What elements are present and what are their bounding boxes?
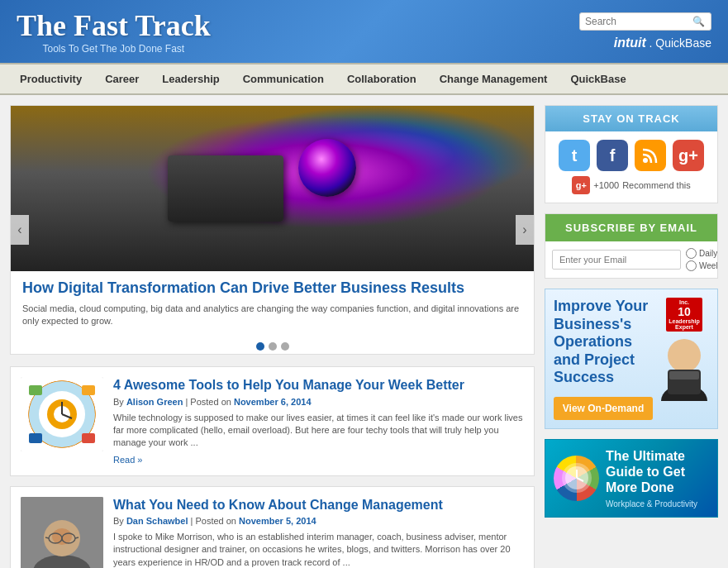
svg-rect-8 <box>29 433 42 443</box>
subscribe-box: SUBSCRIBE BY EMAIL Daily Weekly <box>545 213 718 279</box>
ad-badge: Inc. 10 Leadership Expert <box>666 298 702 332</box>
daily-label: Daily <box>699 249 717 258</box>
ad-box2-icon <box>554 456 599 501</box>
svg-rect-9 <box>82 433 95 443</box>
article-body-1: 4 Awesome Tools to Help You Manage Your … <box>113 377 524 465</box>
ad-box-2: The Ultimate Guide to Get More Done Work… <box>545 439 718 518</box>
slider-dot-1[interactable] <box>256 342 264 351</box>
article-date-2: November 5, 2014 <box>239 516 316 526</box>
slider-image-inner <box>11 106 534 271</box>
daily-option[interactable]: Daily <box>686 248 718 259</box>
slider-dot-3[interactable] <box>281 342 289 351</box>
social-icons: t f g+ <box>545 131 717 176</box>
ad-box-1: Improve Your Business's Operations and P… <box>545 289 718 429</box>
ad-cta-button-1[interactable]: View On-Demand <box>554 397 653 420</box>
nav-item-collaboration[interactable]: Collaboration <box>335 64 428 93</box>
slider-next-button[interactable]: › <box>516 215 534 245</box>
ad-title-1: Improve Your Business's Operations and P… <box>554 298 653 387</box>
ad-box2-subtitle: Workplace & Productivity <box>606 499 709 508</box>
cd-shape <box>298 139 356 197</box>
email-input[interactable] <box>552 250 681 270</box>
article-readmore-1[interactable]: Read » <box>113 455 142 465</box>
svg-line-17 <box>45 537 49 538</box>
weekly-radio[interactable] <box>686 260 697 271</box>
gplus-small-icon[interactable]: g+ <box>572 176 590 194</box>
article-author-1: Alison Green <box>126 397 183 407</box>
quickbase-text: . QuickBase <box>649 36 711 50</box>
article-title-1[interactable]: 4 Awesome Tools to Help You Manage Your … <box>113 377 524 393</box>
subscribe-header: SUBSCRIBE BY EMAIL <box>545 214 717 241</box>
search-icon: 🔍 <box>692 16 705 27</box>
clock-icon <box>560 461 593 494</box>
device-shape <box>168 155 283 222</box>
thumb-tools-image <box>21 377 103 451</box>
nav-item-leadership[interactable]: Leadership <box>150 64 231 93</box>
nav-item-productivity[interactable]: Productivity <box>8 64 93 93</box>
googleplus-icon[interactable]: g+ <box>673 140 704 171</box>
article-meta-1: By Alison Green | Posted on November 6, … <box>113 397 524 407</box>
subscribe-options: Daily Weekly <box>686 248 718 271</box>
slider-title: How Digital Transformation Can Drive Bet… <box>22 279 522 298</box>
article-author-2: Dan Schawbel <box>126 516 188 526</box>
tools-svg <box>21 377 103 451</box>
article-card-1: 4 Awesome Tools to Help You Manage Your … <box>10 366 535 475</box>
site-title: The Fast Track <box>17 8 211 43</box>
weekly-label: Weekly <box>699 261 718 270</box>
daily-radio[interactable] <box>686 248 697 259</box>
stay-on-track-box: STAY ON TRACK t f g+ g+ +1000 Recommend … <box>545 105 718 203</box>
svg-rect-6 <box>29 385 42 395</box>
article-date-1: November 6, 2014 <box>234 397 312 407</box>
svg-rect-23 <box>669 371 699 379</box>
ad-text-1: Improve Your Business's Operations and P… <box>554 298 653 420</box>
ad-box2-text: The Ultimate Guide to Get More Done Work… <box>606 448 709 508</box>
article-excerpt-1: While technology is supposed to make our… <box>113 412 524 450</box>
svg-point-19 <box>643 158 648 163</box>
intuit-logo: intuit . QuickBase <box>614 36 711 50</box>
slider-excerpt: Social media, cloud computing, big data … <box>22 303 522 328</box>
nav-item-change-management[interactable]: Change Management <box>428 64 559 93</box>
sidebar: STAY ON TRACK t f g+ g+ +1000 Recommend … <box>545 105 718 568</box>
article-meta-2: By Dan Schawbel | Posted on November 5, … <box>113 516 524 526</box>
article-body-2: What You Need to Know About Change Manag… <box>113 497 524 568</box>
weekly-option[interactable]: Weekly <box>686 260 718 271</box>
nav-item-communication[interactable]: Communication <box>231 64 335 93</box>
rss-icon[interactable] <box>635 140 666 171</box>
search-input[interactable] <box>585 16 692 27</box>
article-card-2: What You Need to Know About Change Manag… <box>10 486 535 568</box>
article-title-2[interactable]: What You Need to Know About Change Manag… <box>113 497 524 513</box>
main-nav: Productivity Career Leadership Communica… <box>0 63 728 95</box>
slider-image <box>11 106 534 271</box>
gplus-row: g+ +1000 Recommend this <box>545 176 717 203</box>
ad-box2-title: The Ultimate Guide to Get More Done <box>606 448 709 496</box>
twitter-icon[interactable]: t <box>559 140 590 171</box>
header-branding: The Fast Track Tools To Get The Job Done… <box>17 8 211 55</box>
content-area: ‹ › How Digital Transformation Can Drive… <box>10 105 535 568</box>
person-svg <box>21 497 103 568</box>
svg-line-18 <box>75 537 79 538</box>
gplus-recommend: Recommend this <box>622 180 691 190</box>
thumb-person-image <box>21 497 103 568</box>
gplus-count: +1000 <box>593 180 619 190</box>
nav-item-career[interactable]: Career <box>93 64 150 93</box>
facebook-icon[interactable]: f <box>597 140 628 171</box>
slider-dot-2[interactable] <box>269 342 277 351</box>
slider-dots <box>11 337 534 354</box>
intuit-text: intuit <box>614 36 646 50</box>
main-container: ‹ › How Digital Transformation Can Drive… <box>0 95 728 568</box>
slider-caption: How Digital Transformation Can Drive Bet… <box>11 271 534 337</box>
article-thumb-1 <box>21 377 103 451</box>
site-subtitle: Tools To Get The Job Done Fast <box>17 43 211 55</box>
featured-slider: ‹ › How Digital Transformation Can Drive… <box>10 105 535 355</box>
slider-prev-button[interactable]: ‹ <box>11 215 29 245</box>
search-box[interactable]: 🔍 <box>579 12 711 31</box>
ad-person-container: Inc. 10 Leadership Expert <box>659 298 709 401</box>
article-excerpt-2: I spoke to Mike Morrison, who is an esta… <box>113 531 524 568</box>
article-thumb-2 <box>21 497 103 568</box>
svg-rect-7 <box>82 385 95 395</box>
svg-point-20 <box>668 339 701 372</box>
rss-svg <box>641 146 659 165</box>
stay-on-track-header: STAY ON TRACK <box>545 106 717 131</box>
nav-item-quickbase[interactable]: QuickBase <box>559 64 637 93</box>
subscribe-row: Daily Weekly Submit <box>552 248 711 271</box>
site-header: The Fast Track Tools To Get The Job Done… <box>0 0 728 63</box>
